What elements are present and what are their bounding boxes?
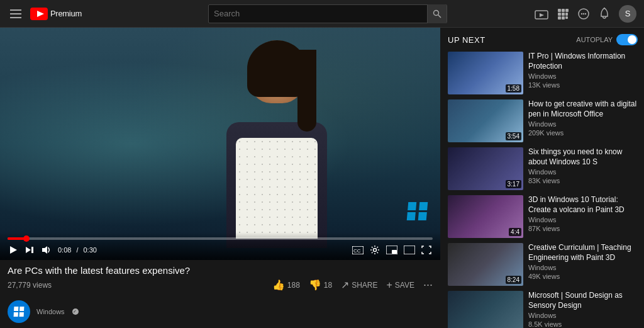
header: Premium: [0, 0, 644, 28]
svg-rect-6: [558, 9, 561, 12]
next-button[interactable]: [24, 244, 35, 256]
progress-bar[interactable]: [8, 237, 433, 240]
svg-rect-12: [558, 16, 561, 20]
time-separator: /: [76, 246, 78, 254]
header-center: [127, 4, 528, 23]
thumb-duration-3: 4:4: [509, 228, 521, 236]
autoplay-toggle[interactable]: [616, 34, 638, 45]
list-title-3: 3D in Windows 10 Tutorial: Create a volc…: [528, 195, 638, 215]
list-item[interactable]: Microsoft | Sound Design as Sensory Desi…: [448, 291, 638, 328]
fullscreen-button[interactable]: [420, 244, 433, 256]
person-shirt: [236, 138, 318, 239]
time-display: 0:08: [58, 246, 71, 254]
theater-button[interactable]: [402, 244, 416, 256]
svg-marker-23: [42, 246, 47, 254]
action-buttons: 👍 188 👎 18 ↗ SHARE + SAVE ·: [272, 278, 433, 291]
header-left: Premium: [8, 7, 121, 21]
channel-name[interactable]: Windows: [36, 308, 65, 315]
captions-button[interactable]: CC: [351, 245, 365, 256]
up-next-title: Up next: [448, 35, 486, 45]
video-person: [208, 40, 346, 254]
svg-line-3: [438, 14, 441, 18]
video-list-info-3: 3D in Windows 10 Tutorial: Create a volc…: [528, 195, 638, 238]
list-item[interactable]: 3:54 How to get creative with a digital …: [448, 99, 638, 142]
video-frame: [0, 28, 440, 260]
dislike-icon: 👎: [309, 279, 321, 291]
video-list-info-0: IT Pro | Windows Information Protection …: [528, 52, 638, 94]
autoplay-row: AUTOPLAY: [576, 34, 638, 45]
shirt-dots: [236, 138, 318, 239]
thumbnail-3: 4:4: [448, 195, 523, 238]
channel-logo: [14, 307, 25, 317]
upload-icon[interactable]: [535, 8, 548, 20]
like-icon: 👍: [272, 279, 285, 291]
play-button[interactable]: [8, 244, 19, 256]
volume-button[interactable]: [40, 244, 53, 256]
list-item[interactable]: 3:17 Six things you need to know about W…: [448, 147, 638, 190]
list-item[interactable]: 4:4 3D in Windows 10 Tutorial: Create a …: [448, 195, 638, 238]
thumbnail-4: 8:24: [448, 243, 523, 286]
save-button[interactable]: + SAVE: [387, 280, 414, 291]
svg-rect-11: [565, 13, 568, 16]
progress-fill: [8, 237, 26, 240]
svg-rect-30: [404, 246, 415, 254]
svg-rect-9: [558, 13, 561, 16]
list-channel-1: Windows: [528, 120, 638, 128]
save-icon: +: [387, 280, 392, 291]
list-item[interactable]: 8:24 Creative Curriculum | Teaching Engi…: [448, 243, 638, 286]
video-title: Are PCs with the latest features expensi…: [8, 265, 433, 276]
svg-rect-28: [392, 250, 397, 254]
thumb-bg-5: [448, 291, 523, 328]
list-views-0: 13K views: [528, 81, 638, 89]
list-title-1: How to get creative with a digital pen i…: [528, 99, 638, 119]
list-title-4: Creative Curriculum | Teaching Engineeri…: [528, 243, 638, 263]
list-item[interactable]: 1:58 IT Pro | Windows Information Protec…: [448, 52, 638, 94]
wp-3: [14, 312, 18, 317]
share-button[interactable]: ↗ SHARE: [341, 279, 377, 291]
win-pane-2: [419, 202, 428, 210]
list-channel-0: Windows: [528, 72, 638, 80]
header-right: S: [535, 5, 636, 23]
controls-right: CC: [351, 244, 433, 256]
svg-rect-29: [404, 246, 415, 254]
main-layout: 0:08 / 0:30 CC: [0, 28, 644, 328]
video-section: 0:08 / 0:30 CC: [0, 28, 440, 328]
apps-icon[interactable]: [557, 8, 569, 20]
thumbnail-0: 1:58: [448, 52, 523, 94]
youtube-icon: [30, 8, 48, 20]
thumb-duration-0: 1:58: [506, 84, 521, 93]
messages-icon[interactable]: [577, 8, 590, 20]
search-input[interactable]: [214, 9, 423, 18]
video-player[interactable]: 0:08 / 0:30 CC: [0, 28, 440, 260]
list-title-0: IT Pro | Windows Information Protection: [528, 52, 638, 71]
list-title-5: Microsoft | Sound Design as Sensory Desi…: [528, 291, 638, 310]
svg-rect-22: [31, 247, 33, 253]
list-channel-2: Windows: [528, 168, 638, 176]
list-views-4: 49K views: [528, 273, 638, 280]
video-list-info-1: How to get creative with a digital pen i…: [528, 99, 638, 142]
time-total: 0:30: [83, 246, 96, 254]
svg-point-2: [434, 10, 439, 15]
miniplayer-button[interactable]: [385, 244, 399, 256]
thumb-duration-1: 3:54: [506, 132, 521, 140]
hamburger-menu-icon[interactable]: [8, 7, 24, 21]
settings-button[interactable]: [369, 244, 381, 256]
dislike-button[interactable]: 👎 18: [309, 279, 332, 291]
avatar[interactable]: S: [619, 5, 636, 23]
like-button[interactable]: 👍 188: [272, 279, 300, 291]
video-controls: 0:08 / 0:30 CC: [0, 232, 440, 260]
more-options-button[interactable]: ···: [423, 278, 433, 291]
view-count: 27,779 views: [8, 281, 52, 290]
win-pane-4: [418, 212, 426, 220]
verified-badge: [72, 308, 79, 315]
channel-avatar[interactable]: [8, 300, 30, 323]
svg-rect-7: [562, 9, 565, 12]
notifications-icon[interactable]: [599, 8, 610, 20]
svg-marker-5: [540, 13, 544, 17]
logo[interactable]: Premium: [30, 8, 82, 20]
video-list-info-2: Six things you need to know about Window…: [528, 147, 638, 190]
share-icon: ↗: [341, 279, 349, 291]
search-button[interactable]: [427, 4, 447, 23]
video-list-info-5: Microsoft | Sound Design as Sensory Desi…: [528, 291, 638, 328]
video-list-info-4: Creative Curriculum | Teaching Engineeri…: [528, 243, 638, 286]
